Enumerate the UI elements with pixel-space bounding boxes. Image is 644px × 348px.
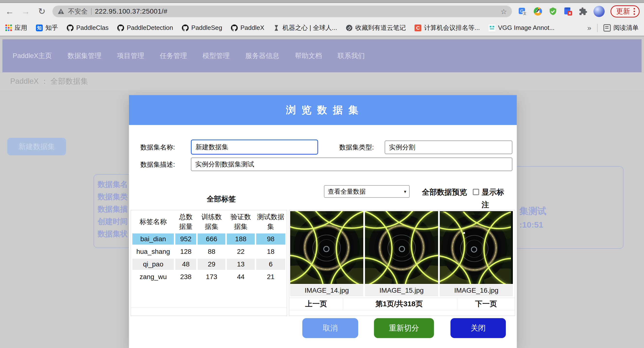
nav-item-home: PaddleX主页 <box>13 51 52 60</box>
breadcrumb: PaddleX ： 全部数据集 <box>10 76 88 86</box>
zhihu-icon: 知 <box>36 24 43 31</box>
browser-toolbar: ← → ↻ 不安全 222.95.100.37:25001/# ☆ G文 <box>0 3 644 20</box>
apps-grid-icon <box>5 24 12 31</box>
table-row-qi-pao[interactable]: qi_pao 48 29 13 6 <box>132 259 285 270</box>
github-icon <box>117 24 124 31</box>
dataset-type-label: 数据集类型: <box>339 140 374 155</box>
bookmark-conference-rank[interactable]: C 计算机会议排名等... <box>414 23 480 32</box>
profile-avatar[interactable] <box>594 6 605 17</box>
nav-item-server-info: 服务器信息 <box>245 51 279 60</box>
svg-text:文: 文 <box>523 12 526 15</box>
dataset-image-3 <box>440 211 513 284</box>
github-icon <box>231 24 238 31</box>
web-page: PaddleX主页 数据集管理 项目管理 任务管理 模型管理 服务器信息 帮助文… <box>0 36 644 348</box>
bookmark-star-icon[interactable]: ☆ <box>500 7 507 16</box>
prev-page-button[interactable]: 上一页 <box>289 298 343 310</box>
via-icon <box>488 24 496 31</box>
youdao-note-icon <box>346 24 352 31</box>
chevron-down-icon: ▾ <box>404 189 406 194</box>
dataset-desc-input[interactable]: 实例分割数据集测试 <box>191 157 512 171</box>
all-tags-header: 全部标签 <box>173 194 270 204</box>
nav-item-model-management: 模型管理 <box>202 51 230 60</box>
notes-extension-icon-with-error-badge[interactable] <box>564 7 572 16</box>
bookmark-paddlex[interactable]: PaddleX <box>231 24 264 31</box>
back-icon[interactable]: ← <box>4 6 15 16</box>
nav-item-contact-us: 联系我们 <box>338 51 365 60</box>
reading-list-icon <box>604 24 611 31</box>
nav-item-help-docs: 帮助文档 <box>295 51 322 60</box>
bookmark-paddleseg[interactable]: PaddleSeg <box>182 24 222 31</box>
menu-kebab-icon[interactable] <box>634 8 635 15</box>
table-header-row: 标签名称 总数据量 训练数据集 验证数据集 测试数据集 <box>132 212 285 232</box>
image-filename-2: IMAGE_15.jpg <box>365 285 438 296</box>
github-icon <box>67 24 74 31</box>
url-text[interactable]: 222.95.100.37:25001/# <box>95 7 497 15</box>
cancel-button[interactable]: 取消 <box>302 318 358 338</box>
bookmarks-overflow-chevron[interactable]: » <box>587 24 591 32</box>
show-annotation-checkbox[interactable] <box>473 189 479 195</box>
dataset-name-input[interactable]: 新建数据集 <box>191 140 318 155</box>
all-data-preview-label: 全部数据预览 <box>422 188 467 196</box>
update-label: 更新 <box>616 6 630 16</box>
bookmark-apps[interactable]: 应用 <box>5 23 27 32</box>
bookmark-jiqizhixin[interactable]: 机器之心 | 全球人... <box>273 23 337 32</box>
close-button[interactable]: 关闭 <box>450 318 506 338</box>
table-row-hua-shang[interactable]: hua_shang 128 88 22 18 <box>132 246 285 257</box>
image-filename-3: IMAGE_16.jpg <box>440 285 513 296</box>
forward-icon[interactable]: → <box>20 6 31 16</box>
bookmark-vgg-annotator[interactable]: VGG Image Annot... <box>488 24 555 31</box>
translate-extension-icon[interactable]: G文 <box>518 7 528 16</box>
dataset-image-1 <box>290 211 363 284</box>
bookmark-paddledetection[interactable]: PaddleDetection <box>117 24 173 31</box>
dataset-image-2 <box>365 211 438 284</box>
browse-dataset-modal: 浏 览 数 据 集 数据集名称: 新建数据集 数据集类型: 实例分割 数据集描述… <box>129 95 517 348</box>
page-info: 第1页/共318页 <box>343 298 455 310</box>
nav-item-dataset-management: 数据集管理 <box>68 51 102 60</box>
reload-icon[interactable]: ↻ <box>36 6 47 16</box>
bookmark-zhihu[interactable]: 知 知乎 <box>36 23 58 32</box>
pagination-footer-strip <box>289 310 515 316</box>
nav-item-project-management: 项目管理 <box>117 51 144 60</box>
tags-table-panel: 标签名称 总数据量 训练数据集 验证数据集 测试数据集 bai_dian 952… <box>131 210 287 316</box>
image-filename-1: IMAGE_14.jpg <box>290 285 363 296</box>
breadcrumb-bar: PaddleX ： 全部数据集 <box>0 73 644 90</box>
not-secure-warning-icon <box>57 8 64 15</box>
tab-strip <box>0 0 644 3</box>
jiqizhixin-icon <box>273 24 280 31</box>
dataset-name-label: 数据集名称: <box>140 140 175 155</box>
dataset-desc-label: 数据集描述: <box>140 157 175 172</box>
modal-title: 浏 览 数 据 集 <box>286 103 360 117</box>
reading-list-button[interactable]: 阅读清单 <box>604 23 639 32</box>
dataset-type-input[interactable]: 实例分割 <box>385 140 512 154</box>
extensions-area: G文 更新 <box>517 5 640 17</box>
security-label: 不安全 <box>68 7 88 16</box>
tags-table: 标签名称 总数据量 训练数据集 验证数据集 测试数据集 bai_dian 952… <box>131 210 287 284</box>
shield-extension-icon[interactable] <box>548 7 558 16</box>
view-data-select[interactable]: 查看全量数据 ▾ <box>324 185 410 198</box>
image-preview-panel: IMAGE_14.jpg IMAGE_15.jpg IMAGE_16.jpg 上… <box>289 210 515 316</box>
bookmarks-divider <box>597 24 598 32</box>
main-navbar: PaddleX主页 数据集管理 项目管理 任务管理 模型管理 服务器信息 帮助文… <box>2 39 642 72</box>
modal-header: 浏 览 数 据 集 <box>129 95 517 125</box>
color-wheel-extension-icon[interactable] <box>533 7 542 16</box>
pagination-bar: 上一页 第1页/共318页 下一页 <box>289 298 515 310</box>
omnibox-divider <box>91 8 92 15</box>
c-letter-icon: C <box>414 24 421 31</box>
new-dataset-button: 新建数据集 <box>7 138 66 155</box>
next-page-button[interactable]: 下一页 <box>457 298 515 310</box>
bookmark-youdao[interactable]: 收藏到有道云笔记 <box>346 23 406 32</box>
chrome-update-button[interactable]: 更新 <box>610 5 640 17</box>
table-row-bai-dian[interactable]: bai_dian 952 666 188 98 <box>132 233 285 245</box>
table-row-zang-wu[interactable]: zang_wu 238 173 44 21 <box>132 271 285 283</box>
extensions-puzzle-icon[interactable] <box>578 7 588 16</box>
bookmarks-bar: 应用 知 知乎 PaddleClas PaddleDetection Paddl… <box>0 20 644 36</box>
table-panel-footer <box>131 308 287 316</box>
show-annotation-label: 显示标注 <box>482 186 505 211</box>
address-bar[interactable]: 不安全 222.95.100.37:25001/# ☆ <box>52 5 512 17</box>
github-icon <box>182 24 189 31</box>
resplit-button[interactable]: 重新切分 <box>374 318 434 338</box>
nav-item-task-management: 任务管理 <box>160 51 187 60</box>
browser-window: ← → ↻ 不安全 222.95.100.37:25001/# ☆ G文 <box>0 0 644 348</box>
bookmark-paddleclas[interactable]: PaddleClas <box>67 24 108 31</box>
preview-controls: 全部数据预览显示标注 <box>410 186 517 211</box>
